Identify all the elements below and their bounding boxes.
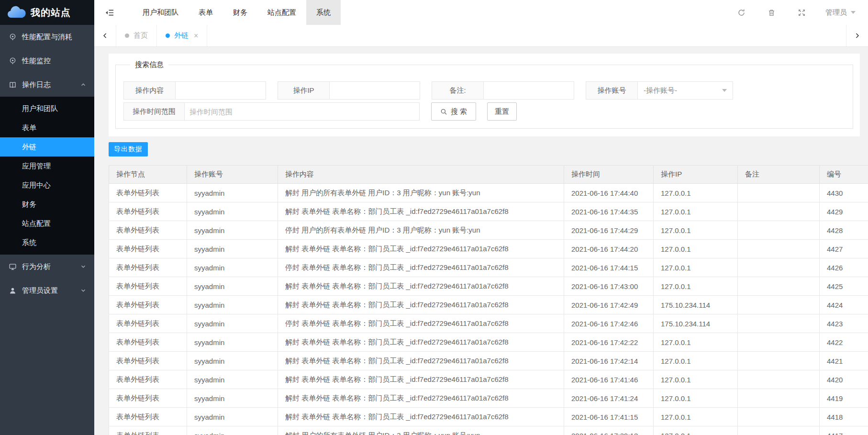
table-cell — [738, 240, 820, 258]
table-cell: syyadmin — [187, 240, 278, 258]
sidebar-subitem-应用管理[interactable]: 应用管理 — [0, 156, 94, 176]
tab-首页[interactable]: 首页 — [116, 25, 157, 46]
table-cell — [738, 277, 820, 296]
collapse-sidebar-button[interactable] — [94, 0, 124, 25]
sidebar-item-行为分析[interactable]: 行为分析 — [0, 255, 94, 279]
tab-label: 首页 — [134, 31, 148, 40]
field-time-range: 操作时间范围 — [123, 102, 420, 121]
column-header-操作IP: 操作IP — [654, 166, 738, 184]
field-operation-account: 操作账号 -操作账号- — [586, 81, 733, 100]
operation-account-label: 操作账号 — [586, 81, 637, 100]
table-cell: 表单外链列表 — [109, 258, 187, 277]
table-cell: 表单外链列表 — [109, 352, 187, 370]
table-cell: 127.0.0.1 — [654, 240, 738, 258]
sidebar: 我的站点 性能配置与消耗性能监控操作日志用户和团队表单外链应用管理应用中心财务站… — [0, 0, 94, 435]
sidebar-item-label: 管理员设置 — [22, 286, 80, 295]
close-icon[interactable]: × — [194, 32, 198, 40]
sidebar-subitem-财务[interactable]: 财务 — [0, 195, 94, 214]
tabs-scroll-right-button[interactable] — [846, 25, 868, 46]
table-cell: 127.0.0.1 — [654, 202, 738, 221]
sidebar-item-label: 性能配置与消耗 — [22, 33, 87, 42]
export-data-button[interactable]: 导出数据 — [109, 142, 148, 156]
table-cell: 4426 — [820, 258, 868, 277]
table-row: 表单外链列表syyadmin解封 表单外链 表单名称：部门员工表 _id:f7e… — [109, 202, 868, 221]
gauge-icon — [9, 33, 17, 41]
operation-account-select[interactable]: -操作账号- — [637, 81, 733, 100]
operation-content-input[interactable] — [175, 81, 266, 100]
table-cell: syyadmin — [187, 408, 278, 426]
sidebar-item-label: 行为分析 — [22, 262, 80, 271]
table-cell: 4419 — [820, 389, 868, 408]
sidebar-item-管理员设置[interactable]: 管理员设置 — [0, 279, 94, 302]
sidebar-subitem-系统[interactable]: 系统 — [0, 233, 94, 252]
app-title: 我的站点 — [31, 6, 71, 19]
nav-item-表单[interactable]: 表单 — [189, 0, 223, 25]
fullscreen-icon[interactable] — [798, 9, 806, 17]
table-cell — [738, 389, 820, 408]
table-header-row: 操作节点操作账号操作内容操作时间操作IP备注编号 — [109, 166, 868, 184]
table-row: 表单外链列表syyadmin停封 用户的所有表单外链 用户ID：3 用户昵称：y… — [109, 221, 868, 240]
operation-ip-input[interactable] — [329, 81, 420, 100]
sidebar-subitem-用户和团队[interactable]: 用户和团队 — [0, 99, 94, 118]
table-cell: 表单外链列表 — [109, 240, 187, 258]
operation-content-label: 操作内容 — [123, 81, 175, 100]
sidebar-item-性能配置与消耗[interactable]: 性能配置与消耗 — [0, 25, 94, 49]
sidebar-item-操作日志[interactable]: 操作日志 — [0, 73, 94, 97]
table-cell — [738, 426, 820, 435]
remark-input[interactable] — [483, 81, 574, 100]
table-row: 表单外链列表syyadmin解封 表单外链 表单名称：部门员工表 _id:f7e… — [109, 296, 868, 314]
table-cell: 4422 — [820, 333, 868, 352]
sidebar-subitem-站点配置[interactable]: 站点配置 — [0, 214, 94, 233]
table-cell: 4420 — [820, 370, 868, 389]
field-operation-ip: 操作IP — [278, 81, 420, 100]
nav-item-站点配置[interactable]: 站点配置 — [257, 0, 306, 25]
table-cell: 4428 — [820, 221, 868, 240]
table-cell — [738, 333, 820, 352]
table-row: 表单外链列表syyadmin解封 表单外链 表单名称：部门员工表 _id:f7e… — [109, 352, 868, 370]
nav-item-财务[interactable]: 财务 — [223, 0, 257, 25]
table-cell: syyadmin — [187, 314, 278, 333]
reset-button[interactable]: 重置 — [487, 102, 517, 121]
table-row: 表单外链列表syyadmin解封 表单外链 表单名称：部门员工表 _id:f7e… — [109, 277, 868, 296]
sidebar-item-label: 性能监控 — [22, 56, 87, 66]
search-legend: 搜索信息 — [130, 60, 168, 69]
sidebar-subitem-表单[interactable]: 表单 — [0, 118, 94, 137]
search-button[interactable]: 搜 索 — [431, 102, 476, 121]
search-panel: 搜索信息 操作内容 操作IP 备注: 操作账号 — [109, 54, 860, 136]
table-cell: 4418 — [820, 408, 868, 426]
table-cell: 表单外链列表 — [109, 370, 187, 389]
tab-外链[interactable]: 外链× — [157, 25, 207, 46]
nav-item-系统[interactable]: 系统 — [306, 0, 341, 25]
table-cell: 127.0.0.1 — [654, 258, 738, 277]
table-cell: syyadmin — [187, 389, 278, 408]
user-menu[interactable]: 管理员 — [825, 8, 856, 17]
time-range-input[interactable] — [184, 102, 420, 121]
table-cell: 解封 表单外链 表单名称：部门员工表 _id:f7ed2729e46117a01… — [278, 202, 564, 221]
remark-label: 备注: — [432, 81, 483, 100]
refresh-icon[interactable] — [737, 9, 746, 17]
table-cell: 127.0.0.1 — [654, 333, 738, 352]
sidebar-subitem-应用中心[interactable]: 应用中心 — [0, 176, 94, 195]
table-cell: 2021-06-16 17:42:22 — [564, 333, 654, 352]
tabs-scroll-left-button[interactable] — [94, 25, 116, 46]
column-header-备注: 备注 — [738, 166, 820, 184]
table-row: 表单外链列表syyadmin解封 表单外链 表单名称：部门员工表 _id:f7e… — [109, 370, 868, 389]
table-cell: syyadmin — [187, 370, 278, 389]
sidebar-menu: 性能配置与消耗性能监控操作日志用户和团队表单外链应用管理应用中心财务站点配置系统… — [0, 25, 94, 302]
sidebar-subitem-外链[interactable]: 外链 — [0, 137, 94, 156]
search-icon — [440, 108, 447, 115]
trash-icon[interactable] — [768, 9, 776, 17]
table-cell — [738, 221, 820, 240]
table-cell: 4429 — [820, 202, 868, 221]
table-cell: 2021-06-16 17:41:46 — [564, 370, 654, 389]
caret-down-icon — [722, 89, 727, 92]
table-cell: syyadmin — [187, 258, 278, 277]
sidebar-item-label: 操作日志 — [22, 80, 80, 89]
nav-item-用户和团队[interactable]: 用户和团队 — [133, 0, 189, 25]
sidebar-item-性能监控[interactable]: 性能监控 — [0, 49, 94, 73]
table-row: 表单外链列表syyadmin解封 表单外链 表单名称：部门员工表 _id:f7e… — [109, 389, 868, 408]
table-cell — [738, 370, 820, 389]
header-nav: 用户和团队表单财务站点配置系统 — [133, 0, 341, 25]
table-cell: 2021-06-16 17:39:18 — [564, 426, 654, 435]
table-cell: 表单外链列表 — [109, 277, 187, 296]
